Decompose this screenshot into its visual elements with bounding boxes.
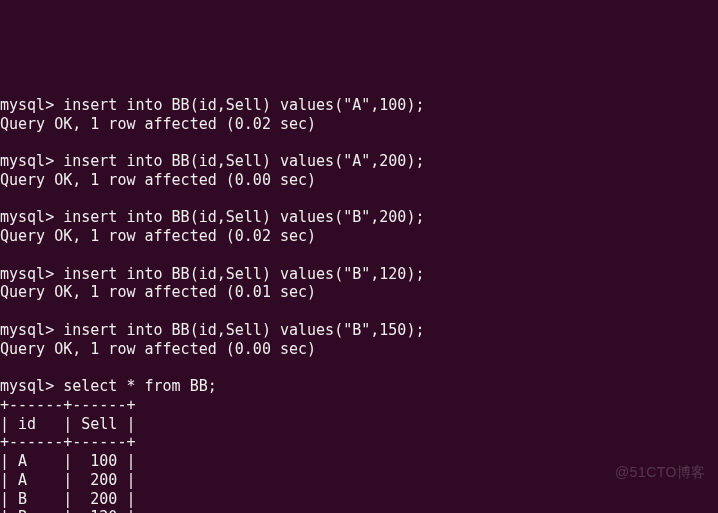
query-result: Query OK, 1 row affected (0.00 sec) [0, 171, 316, 189]
mysql-prompt: mysql> [0, 152, 63, 170]
cmd-line: mysql> insert into BB(id,Sell) values("B… [0, 208, 424, 226]
query-result: Query OK, 1 row affected (0.00 sec) [0, 340, 316, 358]
mysql-prompt: mysql> [0, 377, 63, 395]
mysql-prompt: mysql> [0, 96, 63, 114]
table-row: | B | 200 | [0, 490, 135, 508]
sql-statement: insert into BB(id,Sell) values("A",200); [63, 152, 424, 170]
sql-statement: insert into BB(id,Sell) values("B",200); [63, 208, 424, 226]
sql-statement: insert into BB(id,Sell) values("B",120); [63, 265, 424, 283]
table-row: | B | 120 | [0, 508, 135, 513]
cmd-line: mysql> select * from BB; [0, 377, 217, 395]
table-row: | A | 200 | [0, 471, 135, 489]
cmd-line: mysql> insert into BB(id,Sell) values("A… [0, 96, 424, 114]
mysql-prompt: mysql> [0, 265, 63, 283]
mysql-prompt: mysql> [0, 208, 63, 226]
sql-statement: insert into BB(id,Sell) values("A",100); [63, 96, 424, 114]
cmd-line: mysql> insert into BB(id,Sell) values("B… [0, 265, 424, 283]
watermark: @51CTO博客 [615, 464, 706, 482]
cmd-line: mysql> insert into BB(id,Sell) values("B… [0, 321, 424, 339]
terminal-output: mysql> insert into BB(id,Sell) values("A… [0, 77, 718, 513]
table-border: +------+------+ [0, 396, 135, 414]
mysql-prompt: mysql> [0, 321, 63, 339]
table-border: +------+------+ [0, 433, 135, 451]
cmd-line: mysql> insert into BB(id,Sell) values("A… [0, 152, 424, 170]
query-result: Query OK, 1 row affected (0.01 sec) [0, 283, 316, 301]
sql-statement: insert into BB(id,Sell) values("B",150); [63, 321, 424, 339]
query-result: Query OK, 1 row affected (0.02 sec) [0, 115, 316, 133]
sql-statement: select * from BB; [63, 377, 217, 395]
query-result: Query OK, 1 row affected (0.02 sec) [0, 227, 316, 245]
table-row: | A | 100 | [0, 452, 135, 470]
table-header: | id | Sell | [0, 415, 135, 433]
